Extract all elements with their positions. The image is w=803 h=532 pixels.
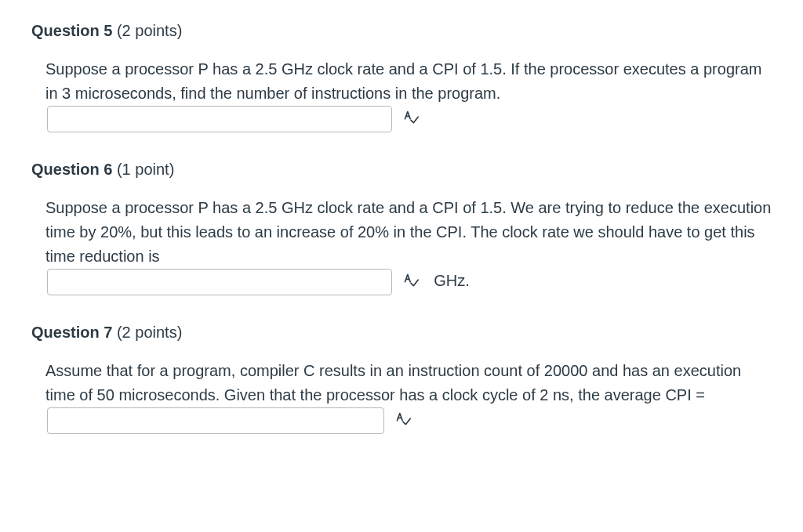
question-body: Suppose a processor P has a 2.5 GHz cloc… [31,196,772,295]
spellcheck-icon[interactable] [403,271,419,295]
unit-label: GHz. [434,272,470,289]
question-text: Suppose a processor P has a 2.5 GHz cloc… [45,199,771,265]
question-body: Suppose a processor P has a 2.5 GHz cloc… [31,57,772,132]
question-points: (1 point) [117,161,174,178]
spellcheck-icon[interactable] [395,410,411,434]
spellcheck-icon[interactable] [403,108,419,132]
answer-input[interactable] [47,106,392,132]
question-block-6: Question 6 (1 point) Suppose a processor… [31,157,772,295]
answer-input[interactable] [47,407,384,434]
question-header: Question 6 (1 point) [31,157,772,182]
question-block-5: Question 5 (2 points) Suppose a processo… [31,19,772,132]
question-points: (2 points) [117,22,182,39]
question-number: Question 5 [31,22,112,39]
question-header: Question 7 (2 points) [31,320,772,345]
question-text: Suppose a processor P has a 2.5 GHz cloc… [45,60,761,102]
question-number: Question 6 [31,161,112,178]
question-block-7: Question 7 (2 points) Assume that for a … [31,320,772,434]
question-text: Assume that for a program, compiler C re… [45,362,741,404]
answer-input[interactable] [47,269,392,295]
question-header: Question 5 (2 points) [31,19,772,43]
question-number: Question 7 [31,324,112,341]
question-points: (2 points) [117,324,182,341]
question-body: Assume that for a program, compiler C re… [31,359,772,434]
